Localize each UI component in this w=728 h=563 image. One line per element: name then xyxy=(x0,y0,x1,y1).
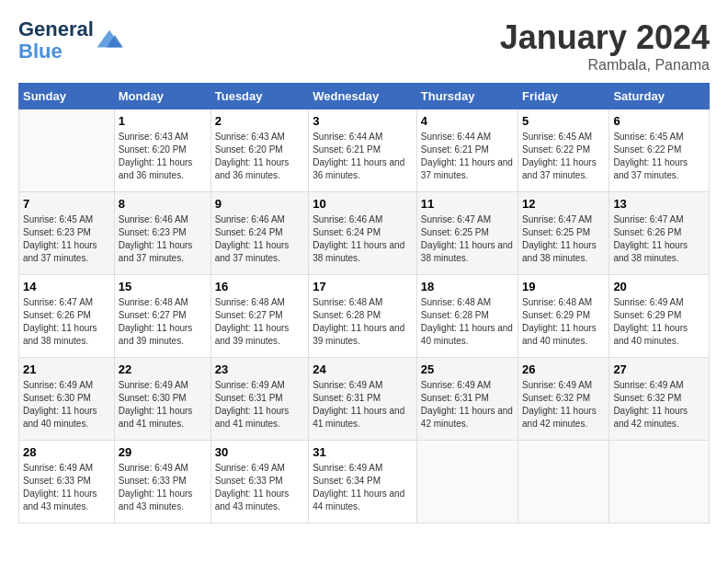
day-number: 3 xyxy=(313,114,413,128)
sunrise-text: Sunrise: 6:49 AM xyxy=(313,380,382,390)
sunset-text: Sunset: 6:29 PM xyxy=(522,310,590,320)
calendar-week-row: 1 Sunrise: 6:43 AM Sunset: 6:20 PM Dayli… xyxy=(19,109,710,192)
day-number: 24 xyxy=(313,362,413,376)
day-info: Sunrise: 6:46 AM Sunset: 6:24 PM Dayligh… xyxy=(215,213,304,265)
day-number: 15 xyxy=(119,280,207,293)
daylight-text: Daylight: 11 hours and 43 minutes. xyxy=(119,488,193,511)
daylight-text: Daylight: 11 hours and 37 minutes. xyxy=(215,240,290,263)
table-row: 25 Sunrise: 6:49 AM Sunset: 6:31 PM Dayl… xyxy=(416,358,518,441)
day-info: Sunrise: 6:44 AM Sunset: 6:21 PM Dayligh… xyxy=(421,131,514,182)
sunrise-text: Sunrise: 6:49 AM xyxy=(421,380,491,390)
sunrise-text: Sunrise: 6:49 AM xyxy=(313,463,382,473)
calendar-week-row: 28 Sunrise: 6:49 AM Sunset: 6:33 PM Dayl… xyxy=(19,441,710,523)
day-number: 22 xyxy=(119,362,207,376)
daylight-text: Daylight: 11 hours and 38 minutes. xyxy=(313,240,404,263)
day-info: Sunrise: 6:47 AM Sunset: 6:26 PM Dayligh… xyxy=(23,296,110,348)
day-number: 29 xyxy=(119,445,207,459)
daylight-text: Daylight: 11 hours and 41 minutes. xyxy=(215,406,290,429)
sunset-text: Sunset: 6:21 PM xyxy=(313,144,381,155)
day-info: Sunrise: 6:43 AM Sunset: 6:20 PM Dayligh… xyxy=(119,131,207,182)
sunset-text: Sunset: 6:22 PM xyxy=(522,144,590,155)
day-info: Sunrise: 6:49 AM Sunset: 6:33 PM Dayligh… xyxy=(119,462,207,513)
table-row: 18 Sunrise: 6:48 AM Sunset: 6:28 PM Dayl… xyxy=(416,275,518,358)
table-row: 16 Sunrise: 6:48 AM Sunset: 6:27 PM Dayl… xyxy=(210,275,308,358)
col-thursday: Thursday xyxy=(416,84,518,109)
table-row: 23 Sunrise: 6:49 AM Sunset: 6:31 PM Dayl… xyxy=(210,358,308,441)
logo-text: GeneralBlue xyxy=(18,18,94,63)
table-row: 17 Sunrise: 6:48 AM Sunset: 6:28 PM Dayl… xyxy=(309,275,417,358)
day-info: Sunrise: 6:49 AM Sunset: 6:32 PM Dayligh… xyxy=(613,379,705,431)
month-title: January 2024 xyxy=(500,18,710,57)
daylight-text: Daylight: 11 hours and 37 minutes. xyxy=(421,157,513,180)
table-row: 14 Sunrise: 6:47 AM Sunset: 6:26 PM Dayl… xyxy=(19,275,115,358)
day-number: 10 xyxy=(313,197,413,211)
calendar-header-row: Sunday Monday Tuesday Wednesday Thursday… xyxy=(19,84,710,109)
sunrise-text: Sunrise: 6:49 AM xyxy=(522,380,592,390)
day-number: 6 xyxy=(613,114,705,128)
sunset-text: Sunset: 6:34 PM xyxy=(313,476,381,486)
sunset-text: Sunset: 6:30 PM xyxy=(119,393,187,403)
sunrise-text: Sunrise: 6:49 AM xyxy=(23,380,93,390)
table-row: 5 Sunrise: 6:45 AM Sunset: 6:22 PM Dayli… xyxy=(518,109,609,192)
day-info: Sunrise: 6:48 AM Sunset: 6:27 PM Dayligh… xyxy=(119,296,207,348)
day-info: Sunrise: 6:45 AM Sunset: 6:23 PM Dayligh… xyxy=(23,213,110,265)
day-info: Sunrise: 6:45 AM Sunset: 6:22 PM Dayligh… xyxy=(613,131,705,182)
day-info: Sunrise: 6:44 AM Sunset: 6:21 PM Dayligh… xyxy=(313,131,413,182)
col-monday: Monday xyxy=(114,84,210,109)
day-info: Sunrise: 6:48 AM Sunset: 6:28 PM Dayligh… xyxy=(421,296,514,348)
table-row: 21 Sunrise: 6:49 AM Sunset: 6:30 PM Dayl… xyxy=(19,358,115,441)
table-row xyxy=(416,441,518,523)
day-number: 14 xyxy=(23,280,110,293)
sunrise-text: Sunrise: 6:44 AM xyxy=(313,132,382,142)
day-number: 9 xyxy=(215,197,304,211)
sunset-text: Sunset: 6:31 PM xyxy=(421,393,489,403)
sunrise-text: Sunrise: 6:49 AM xyxy=(613,297,683,307)
day-number: 20 xyxy=(613,280,705,293)
daylight-text: Daylight: 11 hours and 43 minutes. xyxy=(215,488,290,511)
sunrise-text: Sunrise: 6:47 AM xyxy=(522,214,592,224)
sunset-text: Sunset: 6:33 PM xyxy=(215,476,283,486)
day-info: Sunrise: 6:47 AM Sunset: 6:25 PM Dayligh… xyxy=(421,213,514,265)
day-number: 16 xyxy=(215,280,304,293)
day-number: 21 xyxy=(23,362,110,376)
day-number: 19 xyxy=(522,280,605,293)
sunrise-text: Sunrise: 6:43 AM xyxy=(119,132,188,142)
sunset-text: Sunset: 6:33 PM xyxy=(23,476,91,486)
sunset-text: Sunset: 6:22 PM xyxy=(613,144,681,155)
daylight-text: Daylight: 11 hours and 37 minutes. xyxy=(119,240,193,263)
daylight-text: Daylight: 11 hours and 38 minutes. xyxy=(421,240,513,263)
table-row xyxy=(609,441,710,523)
sunrise-text: Sunrise: 6:46 AM xyxy=(313,214,382,224)
sunrise-text: Sunrise: 6:45 AM xyxy=(613,132,683,142)
sunrise-text: Sunrise: 6:48 AM xyxy=(421,297,491,307)
sunset-text: Sunset: 6:24 PM xyxy=(313,227,381,237)
table-row: 1 Sunrise: 6:43 AM Sunset: 6:20 PM Dayli… xyxy=(114,109,210,192)
table-row: 4 Sunrise: 6:44 AM Sunset: 6:21 PM Dayli… xyxy=(416,109,518,192)
calendar-week-row: 14 Sunrise: 6:47 AM Sunset: 6:26 PM Dayl… xyxy=(19,275,710,358)
table-row: 12 Sunrise: 6:47 AM Sunset: 6:25 PM Dayl… xyxy=(518,192,609,275)
table-row: 30 Sunrise: 6:49 AM Sunset: 6:33 PM Dayl… xyxy=(210,441,308,523)
location-subtitle: Rambala, Panama xyxy=(500,57,710,74)
col-friday: Friday xyxy=(518,84,609,109)
sunset-text: Sunset: 6:32 PM xyxy=(522,393,590,403)
daylight-text: Daylight: 11 hours and 38 minutes. xyxy=(522,240,597,263)
daylight-text: Daylight: 11 hours and 40 minutes. xyxy=(522,323,597,346)
sunrise-text: Sunrise: 6:49 AM xyxy=(215,380,285,390)
day-info: Sunrise: 6:46 AM Sunset: 6:24 PM Dayligh… xyxy=(313,213,413,265)
day-info: Sunrise: 6:49 AM Sunset: 6:31 PM Dayligh… xyxy=(421,379,514,431)
sunrise-text: Sunrise: 6:48 AM xyxy=(215,297,285,307)
col-wednesday: Wednesday xyxy=(309,84,417,109)
sunrise-text: Sunrise: 6:45 AM xyxy=(23,214,93,224)
title-block: January 2024 Rambala, Panama xyxy=(500,18,710,74)
sunset-text: Sunset: 6:26 PM xyxy=(23,310,91,320)
table-row: 6 Sunrise: 6:45 AM Sunset: 6:22 PM Dayli… xyxy=(609,109,710,192)
daylight-text: Daylight: 11 hours and 38 minutes. xyxy=(23,323,97,346)
table-row: 29 Sunrise: 6:49 AM Sunset: 6:33 PM Dayl… xyxy=(114,441,210,523)
sunrise-text: Sunrise: 6:49 AM xyxy=(23,463,93,473)
sunrise-text: Sunrise: 6:46 AM xyxy=(215,214,285,224)
table-row xyxy=(518,441,609,523)
day-info: Sunrise: 6:49 AM Sunset: 6:34 PM Dayligh… xyxy=(313,462,413,513)
daylight-text: Daylight: 11 hours and 36 minutes. xyxy=(313,157,404,180)
daylight-text: Daylight: 11 hours and 42 minutes. xyxy=(421,406,513,429)
sunrise-text: Sunrise: 6:47 AM xyxy=(421,214,491,224)
